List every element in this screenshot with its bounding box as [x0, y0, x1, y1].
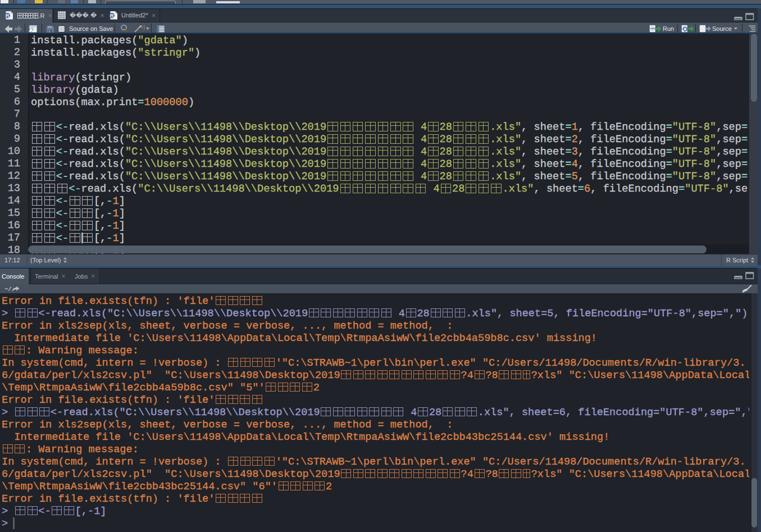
svg-text:R: R	[110, 12, 114, 19]
svg-text:R: R	[6, 12, 10, 19]
